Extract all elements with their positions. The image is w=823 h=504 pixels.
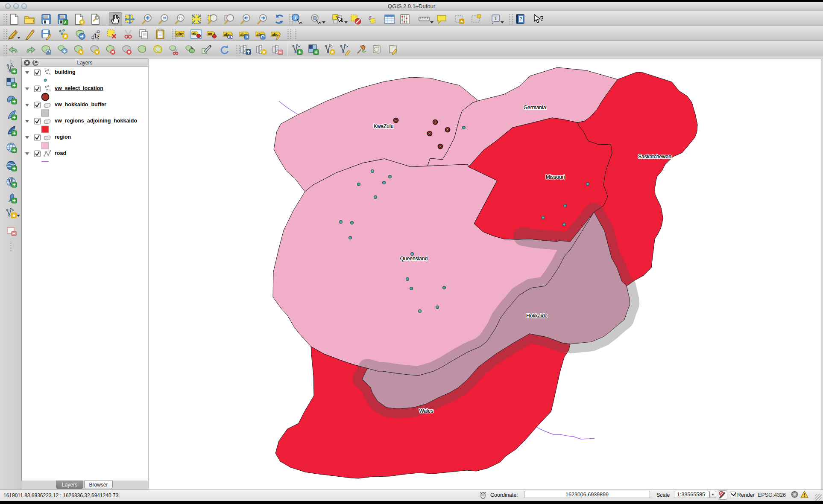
svg-text:ab: ab — [192, 32, 196, 35]
svg-text:Hokkaido: Hokkaido — [526, 313, 548, 319]
svg-text:?: ? — [519, 17, 522, 21]
svg-text:abc: abc — [272, 32, 278, 37]
svg-text:Saskatchewan: Saskatchewan — [638, 154, 671, 160]
svg-text:?: ? — [540, 15, 543, 22]
svg-text:ab: ab — [208, 32, 212, 36]
svg-text:KwaZulu: KwaZulu — [374, 123, 394, 129]
svg-text:Germania: Germania — [524, 105, 546, 111]
svg-text:abc: abc — [176, 32, 184, 36]
svg-text:Wales: Wales — [419, 408, 433, 414]
svg-text:Queensland: Queensland — [400, 256, 428, 262]
svg-text:T: T — [494, 15, 498, 21]
svg-text:1:1: 1:1 — [179, 16, 183, 20]
svg-text:Missouri: Missouri — [546, 174, 565, 180]
